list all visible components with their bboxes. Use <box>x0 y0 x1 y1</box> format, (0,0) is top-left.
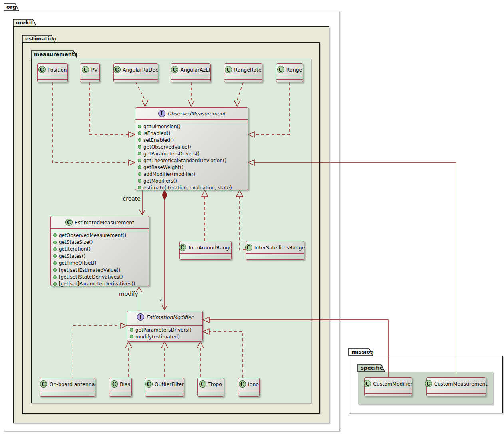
method-text: getTheoreticalStandardDeviation() <box>143 158 226 163</box>
visibility-dot <box>138 186 141 189</box>
package-label-org: org <box>6 4 16 10</box>
method-text: getModifiers() <box>143 178 177 184</box>
method-row: getModifiers() <box>138 177 246 184</box>
visibility-dot <box>53 233 57 237</box>
fields-compartment <box>171 76 210 79</box>
methods-compartment <box>276 79 303 83</box>
class-icon: C <box>171 66 178 73</box>
class-name: Bias <box>120 381 130 387</box>
class-title: C PV <box>80 64 99 76</box>
class-title: C Tropo <box>198 378 224 390</box>
class-range: C Range <box>276 63 303 82</box>
interface-name: EstimationModifier <box>146 314 193 320</box>
method-row: [get|set]EstimatedValue() <box>53 267 147 273</box>
class-name: Range <box>286 67 302 73</box>
class-icon: C <box>111 380 118 388</box>
visibility-dot <box>53 247 57 251</box>
method-row: getParametersDrivers() <box>138 150 246 157</box>
visibility-dot <box>138 165 141 169</box>
class-estimated-measurement: C EstimatedMeasurement getObservedMeasur… <box>50 216 149 286</box>
visibility-dot <box>53 261 57 265</box>
method-text: getDimension() <box>143 124 181 129</box>
methods-compartment <box>171 79 210 83</box>
class-icon: C <box>113 66 121 73</box>
package-label-estimation: estimation <box>25 36 56 42</box>
method-row: [get|set]ParameterDerivatives() <box>53 281 147 287</box>
method-row: getStateSize() <box>53 239 147 245</box>
visibility-dot <box>53 241 57 244</box>
class-title: C Bias <box>109 378 131 390</box>
class-turnaround-range: C TurnAroundRange <box>179 241 232 260</box>
methods-compartment <box>109 394 131 397</box>
class-title: C CustomMeasurement <box>427 378 486 390</box>
method-text: getObservedMeasurement() <box>59 233 126 238</box>
class-name: CustomModifier <box>373 381 412 387</box>
method-text: getParametersDrivers() <box>135 327 192 333</box>
method-text: [get|set]StateDerivatives() <box>59 274 123 280</box>
package-label-specific: specific <box>361 365 383 371</box>
class-icon: C <box>179 244 186 251</box>
methods-list: getObservedMeasurement()getStateSize()ge… <box>51 231 149 289</box>
methods-list: getParametersDrivers()modify(estimated) <box>127 326 202 341</box>
method-row: getIteration() <box>53 246 147 253</box>
class-icon: C <box>40 380 47 388</box>
class-name: PV <box>91 67 97 73</box>
interface-title: I EstimationModifier <box>127 311 202 323</box>
class-icon: C <box>425 380 432 387</box>
class-angular-radec: C AngularRaDec <box>113 63 158 82</box>
visibility-dot <box>53 275 57 279</box>
class-icon: C <box>145 380 153 388</box>
interface-title: I ObservedMeasurement <box>135 108 248 120</box>
class-name: Iono <box>248 381 259 387</box>
interface-name: ObservedMeasurement <box>167 111 226 117</box>
visibility-dot <box>138 125 141 128</box>
method-text: addModifier(modifier) <box>143 171 195 177</box>
class-title: C InterSatellitesRange <box>246 241 304 254</box>
class-name: AngularRaDec <box>123 67 158 73</box>
visibility-dot <box>53 282 57 286</box>
class-angular-azel: C AngularAzEl <box>171 63 211 82</box>
method-row: getStates() <box>53 253 147 259</box>
fields-compartment <box>80 76 99 79</box>
fields-compartment <box>224 76 262 79</box>
method-text: getBaseWeight() <box>143 165 183 170</box>
visibility-dot <box>138 152 141 155</box>
class-title: C TurnAroundRange <box>180 241 231 254</box>
method-row: getObservedMeasurement() <box>53 232 147 239</box>
visibility-dot <box>138 138 141 142</box>
class-name: InterSatellitesRange <box>254 245 305 251</box>
fields-compartment <box>238 390 259 394</box>
visibility-dot <box>130 335 133 338</box>
class-name: Position <box>48 67 67 73</box>
method-row: estimate(iteration, evaluation, state) <box>138 184 246 191</box>
class-position: C Position <box>37 63 68 82</box>
interface-estimation-modifier: I EstimationModifier getParametersDriver… <box>127 311 203 342</box>
visibility-dot <box>138 172 141 176</box>
method-row: addModifier(modifier) <box>138 171 246 177</box>
class-icon: C <box>199 380 206 388</box>
class-name: Tropo <box>208 381 222 387</box>
fields-compartment <box>180 254 231 257</box>
class-onboard-antenna: C On-board antenna <box>40 378 95 397</box>
interface-observed-measurement: I ObservedMeasurement getDimension()isEn… <box>135 107 248 190</box>
class-icon: C <box>82 66 89 73</box>
class-icon: C <box>239 380 246 388</box>
class-icon: C <box>225 66 232 73</box>
methods-compartment <box>246 257 304 261</box>
method-text: modify(estimated) <box>135 334 180 340</box>
method-row: setEnabled() <box>138 137 246 143</box>
method-text: getStates() <box>59 253 85 259</box>
class-name: RangeRate <box>234 67 261 73</box>
visibility-dot <box>130 328 133 332</box>
class-icon: C <box>277 66 284 73</box>
edge-label-modify: modify <box>119 291 137 297</box>
edge-label-create: create <box>122 195 141 202</box>
methods-compartment <box>145 394 184 397</box>
class-tropo: C Tropo <box>197 378 224 397</box>
class-title: C Position <box>38 64 67 76</box>
method-row: getTimeOffset() <box>53 260 147 267</box>
class-icon: C <box>65 219 73 226</box>
visibility-dot <box>138 145 141 149</box>
class-name: EstimatedMeasurement <box>75 219 134 225</box>
fields-compartment <box>145 390 184 394</box>
